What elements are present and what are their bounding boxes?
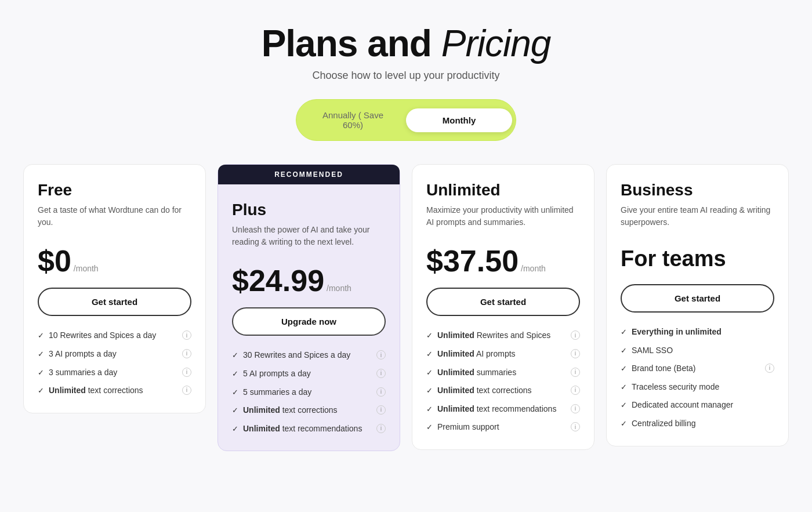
check-icon: ✓	[426, 349, 433, 360]
plan-name-plus: Plus	[232, 201, 386, 219]
feature-item: ✓ 30 Rewrites and Spices a dayi	[232, 350, 386, 361]
check-icon: ✓	[38, 386, 44, 396]
check-icon: ✓	[621, 419, 627, 429]
plan-description-free: Get a taste of what Wordtune can do for …	[38, 204, 191, 234]
feature-item: ✓ Brand tone (Beta)i	[621, 363, 774, 375]
feature-text: Unlimited text corrections	[243, 405, 372, 416]
features-list-unlimited: ✓ Unlimited Rewrites and Spicesi ✓ Unlim…	[426, 330, 580, 433]
check-icon: ✓	[232, 387, 238, 398]
cta-button-free[interactable]: Get started	[38, 288, 191, 316]
feature-item: ✓ Unlimited text recommendationsi	[426, 404, 580, 415]
plan-name-unlimited: Unlimited	[426, 181, 580, 199]
info-icon[interactable]: i	[765, 364, 774, 373]
info-icon[interactable]: i	[182, 331, 191, 340]
page-header: Plans and Pricing Choose how to level up…	[23, 23, 789, 82]
feature-item: ✓ 3 summaries a dayi	[38, 367, 191, 379]
feature-item: ✓ Centralized billing	[621, 418, 774, 430]
feature-text: 30 Rewrites and Spices a day	[243, 350, 372, 361]
feature-item: ✓ 5 AI prompts a dayi	[232, 368, 386, 380]
feature-item: ✓ Unlimited text recommendationsi	[232, 423, 386, 435]
check-icon: ✓	[38, 331, 44, 341]
info-icon[interactable]: i	[571, 349, 580, 358]
feature-text: SAML SSO	[632, 345, 774, 357]
feature-text: Unlimited text corrections	[437, 385, 566, 397]
check-icon: ✓	[621, 382, 627, 393]
check-icon: ✓	[426, 422, 433, 433]
feature-item: ✓ 10 Rewrites and Spices a dayi	[38, 330, 191, 342]
feature-text: Brand tone (Beta)	[632, 363, 760, 375]
check-icon: ✓	[232, 405, 238, 416]
feature-text: Traceless security mode	[632, 382, 774, 393]
page-title: Plans and Pricing	[23, 23, 789, 64]
info-icon[interactable]: i	[571, 404, 580, 413]
info-icon[interactable]: i	[376, 369, 386, 378]
check-icon: ✓	[38, 368, 44, 378]
feature-item: ✓ 5 summaries a dayi	[232, 387, 386, 398]
feature-text: Unlimited text recommendations	[437, 404, 566, 415]
feature-text: Unlimited Rewrites and Spices	[437, 330, 566, 342]
plan-description-unlimited: Maximize your productivity with unlimite…	[426, 204, 580, 234]
info-icon[interactable]: i	[571, 368, 580, 377]
check-icon: ✓	[621, 346, 627, 356]
info-icon[interactable]: i	[571, 386, 580, 395]
feature-text: 10 Rewrites and Spices a day	[49, 330, 177, 342]
info-icon[interactable]: i	[376, 387, 386, 397]
feature-text: Premium support	[437, 422, 566, 433]
page-subtitle: Choose how to level up your productivity	[23, 70, 789, 82]
plan-price-unlimited: $37.50 /month	[426, 246, 580, 276]
feature-text: 3 summaries a day	[49, 367, 177, 379]
toggle-annually[interactable]: Annually ( Save 60%)	[300, 103, 406, 137]
feature-item: ✓ Premium supporti	[426, 422, 580, 433]
plan-price-business: For teams	[621, 246, 774, 273]
features-list-free: ✓ 10 Rewrites and Spices a dayi ✓ 3 AI p…	[38, 330, 191, 396]
features-list-plus: ✓ 30 Rewrites and Spices a dayi ✓ 5 AI p…	[232, 350, 386, 434]
features-list-business: ✓ Everything in unlimited ✓ SAML SSO ✓ B…	[621, 326, 774, 430]
feature-text: Unlimited summaries	[437, 367, 566, 379]
check-icon: ✓	[426, 386, 433, 396]
check-icon: ✓	[426, 368, 433, 378]
feature-item: ✓ Traceless security mode	[621, 382, 774, 393]
info-icon[interactable]: i	[182, 349, 191, 358]
info-icon[interactable]: i	[182, 368, 191, 377]
info-icon[interactable]: i	[571, 331, 580, 340]
plans-grid: FreeGet a taste of what Wordtune can do …	[23, 164, 789, 451]
feature-item: ✓ Unlimited summariesi	[426, 367, 580, 379]
plan-card-unlimited: UnlimitedMaximize your productivity with…	[412, 164, 594, 450]
feature-item: ✓ Unlimited text correctionsi	[38, 385, 191, 397]
feature-text: 5 AI prompts a day	[243, 368, 372, 380]
plan-card-plus: RECOMMENDEDPlusUnleash the power of AI a…	[217, 164, 400, 451]
feature-text: Centralized billing	[632, 418, 774, 430]
info-icon[interactable]: i	[571, 422, 580, 431]
cta-button-unlimited[interactable]: Get started	[426, 288, 580, 316]
billing-toggle[interactable]: Annually ( Save 60%) Monthly	[296, 99, 516, 141]
feature-item: ✓ Everything in unlimited	[621, 326, 774, 338]
cta-button-plus[interactable]: Upgrade now	[232, 307, 386, 336]
plan-name-free: Free	[38, 181, 191, 199]
feature-item: ✓ SAML SSO	[621, 345, 774, 357]
info-icon[interactable]: i	[376, 405, 386, 415]
check-icon: ✓	[426, 331, 433, 341]
feature-item: ✓ Unlimited text correctionsi	[426, 385, 580, 397]
feature-item: ✓ Unlimited AI promptsi	[426, 348, 580, 360]
billing-toggle-container: Annually ( Save 60%) Monthly	[23, 99, 789, 141]
feature-text: Unlimited text corrections	[49, 385, 177, 397]
info-icon[interactable]: i	[376, 350, 386, 360]
recommended-badge: RECOMMENDED	[218, 165, 400, 184]
info-icon[interactable]: i	[182, 386, 191, 395]
cta-button-business[interactable]: Get started	[621, 284, 774, 313]
plan-card-business: BusinessGive your entire team AI reading…	[606, 164, 789, 446]
check-icon: ✓	[426, 404, 433, 415]
plan-description-plus: Unleash the power of AI and take your re…	[232, 224, 386, 254]
feature-text: 5 summaries a day	[243, 387, 372, 398]
check-icon: ✓	[232, 350, 238, 361]
plan-name-business: Business	[621, 181, 774, 199]
feature-text: Dedicated account manager	[632, 400, 774, 411]
info-icon[interactable]: i	[376, 424, 386, 433]
toggle-monthly[interactable]: Monthly	[406, 108, 512, 132]
feature-item: ✓ Dedicated account manager	[621, 400, 774, 411]
feature-item: ✓ Unlimited Rewrites and Spicesi	[426, 330, 580, 342]
feature-text: Unlimited text recommendations	[243, 423, 372, 435]
feature-text: 3 AI prompts a day	[49, 348, 177, 360]
check-icon: ✓	[621, 327, 627, 337]
plan-description-business: Give your entire team AI reading & writi…	[621, 204, 774, 234]
